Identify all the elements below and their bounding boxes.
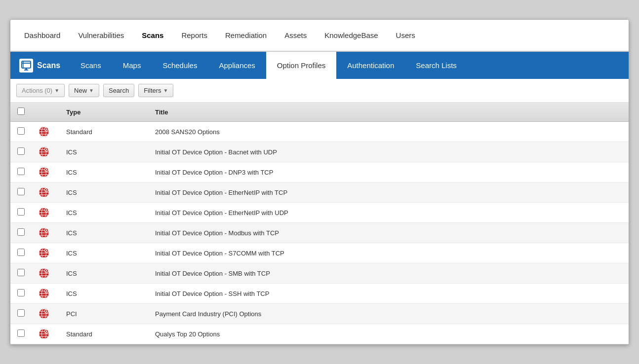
sub-nav-tab-authentication[interactable]: Authentication (336, 52, 405, 79)
row-icon-cell (32, 243, 59, 263)
main-window: DashboardVulnerabilitiesScansReportsReme… (10, 19, 629, 345)
row-type: ICS (59, 284, 148, 304)
filters-button[interactable]: Filters ▼ (138, 84, 173, 97)
row-title: Initial OT Device Option - Bacnet with U… (148, 142, 629, 162)
row-type: ICS (59, 182, 148, 203)
row-title: Initial OT Device Option - S7COMM with T… (148, 243, 629, 263)
top-nav-item-assets[interactable]: Assets (276, 26, 316, 44)
table-row: ICSInitial OT Device Option - SMB with T… (10, 263, 629, 284)
search-button[interactable]: Search (103, 84, 134, 97)
row-icon-cell (32, 162, 59, 182)
table-row: ICSInitial OT Device Option - Bacnet wit… (10, 142, 629, 162)
row-icon-cell (32, 263, 59, 284)
table-row: StandardQualys Top 20 Options (10, 324, 629, 344)
toolbar: Actions (0) ▼ New ▼ Search Filters ▼ (10, 79, 629, 103)
row-title: Initial OT Device Option - SMB with TCP (148, 263, 629, 284)
sub-nav-tab-option-profiles[interactable]: Option Profiles (266, 52, 336, 79)
row-icon-cell (32, 142, 59, 162)
row-checkbox-cell (10, 142, 32, 162)
row-checkbox-cell (10, 203, 32, 223)
sub-nav-tab-appliances[interactable]: Appliances (208, 52, 266, 79)
row-checkbox-cell (10, 324, 32, 344)
row-title: Initial OT Device Option - EtherNetIP wi… (148, 203, 629, 223)
row-checkbox-cell (10, 304, 32, 324)
top-nav-item-remediation[interactable]: Remediation (216, 26, 276, 44)
row-checkbox[interactable] (17, 127, 25, 135)
row-checkbox[interactable] (17, 168, 25, 175)
row-checkbox[interactable] (17, 249, 25, 256)
row-title: Payment Card Industry (PCI) Options (148, 304, 629, 324)
new-label: New (74, 87, 87, 94)
qualys-globe-icon (39, 248, 49, 258)
qualys-globe-icon (39, 308, 49, 319)
sub-nav: Scans ScansMapsSchedulesAppliancesOption… (10, 52, 629, 79)
col-title: Title (148, 103, 629, 122)
row-icon-cell (32, 182, 59, 203)
select-all-checkbox[interactable] (17, 108, 25, 115)
row-checkbox[interactable] (17, 329, 25, 337)
row-checkbox[interactable] (17, 208, 25, 216)
top-nav: DashboardVulnerabilitiesScansReportsReme… (10, 20, 629, 52)
qualys-globe-icon (39, 207, 49, 218)
top-nav-item-dashboard[interactable]: Dashboard (15, 26, 69, 44)
row-type: ICS (59, 142, 148, 162)
top-nav-item-users[interactable]: Users (387, 26, 424, 44)
row-checkbox[interactable] (17, 188, 25, 195)
search-label: Search (109, 87, 129, 94)
new-button[interactable]: New ▼ (69, 84, 99, 97)
table-row: ICSInitial OT Device Option - DNP3 with … (10, 162, 629, 182)
sub-nav-tab-schedules[interactable]: Schedules (152, 52, 208, 79)
table-row: PCIPayment Card Industry (PCI) Options (10, 304, 629, 324)
table-row: ICSInitial OT Device Option - EtherNetIP… (10, 203, 629, 223)
table-header-row: Type Title (10, 103, 629, 122)
table-row: ICSInitial OT Device Option - S7COMM wit… (10, 243, 629, 263)
sub-nav-tab-scans[interactable]: Scans (70, 52, 112, 79)
new-chevron-icon: ▼ (89, 88, 94, 93)
row-type: ICS (59, 263, 148, 284)
row-title: Initial OT Device Option - EtherNetIP wi… (148, 182, 629, 203)
col-type: Type (59, 103, 148, 122)
top-nav-item-vulnerabilities[interactable]: Vulnerabilities (69, 26, 133, 44)
row-icon-cell (32, 223, 59, 243)
qualys-globe-icon (39, 328, 49, 339)
actions-label: Actions (0) (22, 87, 52, 94)
sub-nav-tab-maps[interactable]: Maps (112, 52, 152, 79)
table-row: ICSInitial OT Device Option - SSH with T… (10, 284, 629, 304)
row-checkbox-cell (10, 122, 32, 142)
row-type: ICS (59, 203, 148, 223)
row-icon-cell (32, 203, 59, 223)
top-nav-item-reports[interactable]: Reports (172, 26, 216, 44)
row-type: ICS (59, 223, 148, 243)
row-checkbox[interactable] (17, 289, 25, 296)
table-container: Type Title Standard2008 SANS20 Options (10, 103, 629, 344)
row-checkbox[interactable] (17, 309, 25, 317)
row-title: Initial OT Device Option - DNP3 with TCP (148, 162, 629, 182)
top-nav-item-knowledgebase[interactable]: KnowledgeBase (316, 26, 387, 44)
filters-label: Filters (144, 87, 161, 94)
row-checkbox[interactable] (17, 228, 25, 236)
row-checkbox-cell (10, 182, 32, 203)
col-checkbox (10, 103, 32, 122)
option-profiles-table: Type Title Standard2008 SANS20 Options (10, 103, 629, 344)
row-type: Standard (59, 324, 148, 344)
row-title: Initial OT Device Option - Modbus with T… (148, 223, 629, 243)
row-type: ICS (59, 162, 148, 182)
top-nav-item-scans[interactable]: Scans (133, 26, 172, 44)
brand-label: Scans (37, 61, 60, 70)
table-row: ICSInitial OT Device Option - EtherNetIP… (10, 182, 629, 203)
qualys-globe-icon (39, 288, 49, 299)
sub-nav-tab-search-lists[interactable]: Search Lists (405, 52, 468, 79)
row-icon-cell (32, 284, 59, 304)
row-checkbox[interactable] (17, 147, 25, 155)
row-title: 2008 SANS20 Options (148, 122, 629, 142)
row-checkbox-cell (10, 162, 32, 182)
row-type: Standard (59, 122, 148, 142)
row-title: Qualys Top 20 Options (148, 324, 629, 344)
actions-button[interactable]: Actions (0) ▼ (16, 84, 65, 97)
row-icon-cell (32, 304, 59, 324)
row-checkbox-cell (10, 223, 32, 243)
row-type: PCI (59, 304, 148, 324)
filters-chevron-icon: ▼ (163, 88, 168, 93)
row-checkbox[interactable] (17, 269, 25, 276)
row-icon-cell (32, 324, 59, 344)
